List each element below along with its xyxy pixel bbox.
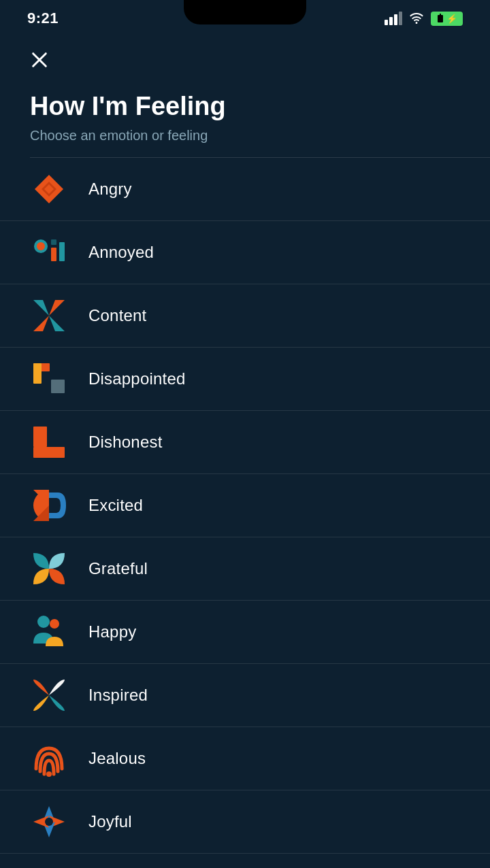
angry-label: Angry xyxy=(88,180,132,199)
list-item[interactable]: Annoyed xyxy=(0,221,490,284)
content-icon xyxy=(30,297,68,335)
header: How I'm Feeling Choose an emotion or fee… xyxy=(0,93,490,157)
notch xyxy=(184,0,306,24)
svg-rect-7 xyxy=(51,248,56,261)
inspired-icon xyxy=(30,676,68,714)
dishonest-icon xyxy=(30,423,68,461)
svg-point-27 xyxy=(45,818,53,826)
emotion-list: Angry Annoyed xyxy=(0,158,490,854)
list-item[interactable]: Excited xyxy=(0,474,490,537)
svg-marker-11 xyxy=(33,300,49,316)
happy-icon xyxy=(30,613,68,651)
content-label: Content xyxy=(88,306,146,325)
list-item[interactable]: Happy xyxy=(0,601,490,664)
page-title: How I'm Feeling xyxy=(30,93,460,121)
excited-label: Excited xyxy=(88,496,143,515)
dishonest-label: Dishonest xyxy=(88,433,163,452)
inspired-label: Inspired xyxy=(88,686,148,705)
list-item[interactable]: Grateful xyxy=(0,537,490,601)
happy-label: Happy xyxy=(88,622,136,641)
list-item[interactable]: Content xyxy=(0,284,490,348)
close-button[interactable] xyxy=(27,48,52,72)
svg-marker-13 xyxy=(49,300,65,316)
svg-marker-14 xyxy=(49,316,65,331)
svg-point-21 xyxy=(50,619,59,629)
svg-rect-8 xyxy=(59,242,65,261)
disappointed-label: Disappointed xyxy=(88,369,186,388)
svg-marker-12 xyxy=(33,316,49,331)
battery-icon: ⚡ xyxy=(431,12,463,26)
grateful-label: Grateful xyxy=(88,559,148,578)
joyful-icon xyxy=(30,803,68,841)
page-subtitle: Choose an emotion or feeling xyxy=(30,128,460,144)
list-item[interactable]: Dishonest xyxy=(0,411,490,474)
wifi-icon xyxy=(409,13,424,24)
signal-icon xyxy=(385,12,402,25)
status-icons: ⚡ xyxy=(385,12,463,26)
list-item[interactable]: Inspired xyxy=(0,664,490,727)
list-item[interactable]: Joyful xyxy=(0,790,490,854)
angry-icon xyxy=(30,170,68,208)
svg-rect-17 xyxy=(51,380,65,393)
joyful-label: Joyful xyxy=(88,812,132,831)
status-time: 9:21 xyxy=(27,10,59,27)
annoyed-icon xyxy=(30,233,68,271)
phone-frame: 9:21 ⚡ xyxy=(0,0,490,868)
list-item[interactable]: Disappointed xyxy=(0,348,490,411)
svg-point-20 xyxy=(37,616,50,628)
svg-rect-18 xyxy=(33,427,47,447)
list-item[interactable]: Jealous xyxy=(0,727,490,790)
svg-rect-16 xyxy=(33,363,42,384)
jealous-label: Jealous xyxy=(88,749,146,768)
disappointed-icon xyxy=(30,360,68,398)
list-item[interactable]: Angry xyxy=(0,158,490,221)
svg-rect-9 xyxy=(51,239,56,245)
jealous-icon xyxy=(30,739,68,778)
annoyed-label: Annoyed xyxy=(88,243,154,262)
svg-rect-19 xyxy=(33,447,65,458)
excited-icon xyxy=(30,486,68,524)
svg-point-22 xyxy=(46,771,52,777)
svg-point-6 xyxy=(37,242,45,250)
grateful-icon xyxy=(30,550,68,588)
